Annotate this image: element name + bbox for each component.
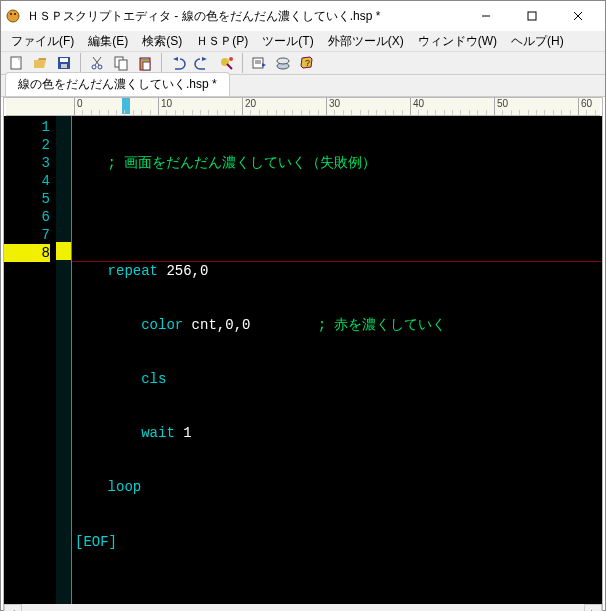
svg-rect-11 [61, 64, 67, 68]
scroll-track[interactable] [22, 604, 584, 611]
svg-point-31 [277, 58, 289, 64]
menu-window[interactable]: ウィンドウ(W) [412, 31, 503, 52]
menu-help[interactable]: ヘルプ(H) [505, 31, 570, 52]
svg-marker-22 [202, 57, 207, 61]
horizontal-scrollbar[interactable] [4, 604, 602, 611]
maximize-button[interactable] [509, 1, 555, 31]
svg-point-1 [10, 13, 12, 15]
current-line-underline [72, 261, 602, 262]
code-editor[interactable]: 1 2 3 4 5 6 7 8 ; 画面をだんだん濃くしていく（失敗例） rep… [4, 116, 602, 604]
ruler-tick: 40 [410, 98, 424, 116]
menubar: ファイル(F) 編集(E) 検索(S) ＨＳＰ(P) ツール(T) 外部ツール(… [1, 31, 605, 51]
minimize-button[interactable] [463, 1, 509, 31]
svg-rect-4 [528, 12, 536, 20]
line-number: 2 [4, 136, 50, 154]
undo-button[interactable] [167, 52, 189, 74]
code-keyword: repeat [74, 263, 158, 279]
code-eof: [EOF] [75, 534, 117, 550]
menu-search[interactable]: 検索(S) [136, 31, 188, 52]
ruler-marker [122, 98, 130, 114]
ruler-tick: 50 [494, 98, 508, 116]
code-command: color [74, 317, 183, 333]
menu-hsp[interactable]: ＨＳＰ(P) [190, 31, 254, 52]
close-button[interactable] [555, 1, 601, 31]
margin-bar [56, 116, 72, 604]
window-title: ＨＳＰスクリプトエディタ - 線の色をだんだん濃くしていく.hsp * [27, 8, 463, 25]
tab-bar: 線の色をだんだん濃くしていく.hsp * [1, 75, 605, 97]
ruler-tick: 30 [326, 98, 340, 116]
open-button[interactable] [29, 52, 51, 74]
svg-marker-29 [262, 63, 266, 67]
ruler: 0102030405060 [6, 98, 600, 116]
svg-point-15 [98, 65, 102, 69]
code-keyword: loop [74, 479, 141, 495]
code-args: cnt,0,0 [183, 317, 250, 333]
svg-rect-10 [60, 58, 68, 62]
ruler-tick: 0 [74, 98, 83, 116]
redo-button[interactable] [191, 52, 213, 74]
code-area[interactable]: ; 画面をだんだん濃くしていく（失敗例） repeat 256,0 color … [72, 116, 602, 604]
scroll-left-button[interactable] [4, 604, 22, 611]
svg-point-0 [7, 10, 19, 22]
code-command: wait [74, 425, 175, 441]
line-number: 6 [4, 208, 50, 226]
code-args: 256,0 [158, 263, 208, 279]
separator [242, 53, 243, 73]
svg-text:?: ? [305, 58, 310, 68]
menu-file[interactable]: ファイル(F) [5, 31, 80, 52]
line-number-current: 8 [4, 244, 50, 262]
help-button[interactable]: ? [296, 52, 318, 74]
separator [80, 53, 81, 73]
separator [161, 53, 162, 73]
ruler-tick: 20 [242, 98, 256, 116]
svg-rect-20 [143, 62, 150, 70]
code-args: 1 [175, 425, 192, 441]
line-number: 7 [4, 226, 50, 244]
line-number: 5 [4, 190, 50, 208]
ruler-tick: 10 [158, 98, 172, 116]
scroll-right-button[interactable] [584, 604, 602, 611]
copy-button[interactable] [110, 52, 132, 74]
line-number: 1 [4, 118, 50, 136]
build-button[interactable] [272, 52, 294, 74]
svg-rect-17 [119, 60, 127, 70]
code-command: cls [74, 371, 166, 387]
svg-rect-19 [142, 57, 148, 60]
svg-point-2 [14, 13, 16, 15]
svg-point-14 [92, 65, 96, 69]
cut-button[interactable] [86, 52, 108, 74]
code-comment: ; 画面をだんだん濃くしていく（失敗例） [74, 155, 376, 171]
compile-button[interactable] [248, 52, 270, 74]
line-gutter: 1 2 3 4 5 6 7 8 [4, 116, 56, 604]
app-icon [5, 8, 21, 24]
titlebar: ＨＳＰスクリプトエディタ - 線の色をだんだん濃くしていく.hsp * [1, 1, 605, 31]
svg-point-25 [229, 57, 233, 61]
line-number: 3 [4, 154, 50, 172]
code-comment: ; 赤を濃くしていく [318, 317, 447, 333]
save-button[interactable] [53, 52, 75, 74]
svg-marker-21 [173, 57, 178, 61]
menu-exttool[interactable]: 外部ツール(X) [322, 31, 410, 52]
tab-file[interactable]: 線の色をだんだん濃くしていく.hsp * [5, 72, 230, 96]
svg-line-24 [227, 64, 232, 69]
line-number: 4 [4, 172, 50, 190]
menu-edit[interactable]: 編集(E) [82, 31, 134, 52]
new-button[interactable] [5, 52, 27, 74]
menu-tool[interactable]: ツール(T) [256, 31, 319, 52]
ruler-tick: 60 [578, 98, 592, 116]
run-button[interactable] [215, 52, 237, 74]
paste-button[interactable] [134, 52, 156, 74]
